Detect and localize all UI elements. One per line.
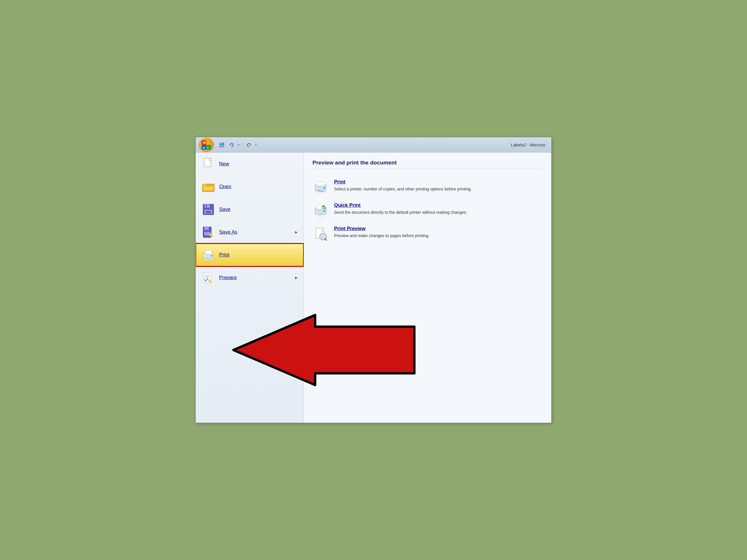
svg-rect-46 bbox=[317, 190, 320, 191]
window-title: Labels2 - Microso bbox=[260, 142, 548, 147]
panel-item-print-title: Print bbox=[334, 179, 542, 185]
title-bar: W E BI P bbox=[196, 137, 551, 153]
print-preview-icon bbox=[312, 226, 329, 242]
sidebar-item-prepare-label: Prepare bbox=[219, 275, 237, 281]
word-window: W E BI P bbox=[196, 137, 551, 423]
new-document-icon bbox=[202, 157, 215, 170]
redo-toolbar-button[interactable] bbox=[244, 140, 253, 149]
panel-item-quick-print[interactable]: Quick Print Send the document directly t… bbox=[312, 199, 542, 222]
panel-item-quick-print-title: Quick Print bbox=[334, 203, 542, 208]
customize-toolbar-arrow[interactable]: ▾ bbox=[255, 143, 257, 147]
panel-item-print[interactable]: Print Select a printer, number of copies… bbox=[312, 176, 542, 199]
sidebar-item-save-as[interactable]: Save As ▶ bbox=[196, 221, 304, 243]
sidebar-item-print[interactable]: Print bbox=[196, 243, 304, 266]
svg-text:E: E bbox=[207, 142, 209, 144]
sidebar-item-new-label: New bbox=[219, 161, 229, 167]
svg-rect-53 bbox=[317, 213, 324, 215]
sidebar-item-prepare[interactable]: Prepare ▶ bbox=[196, 266, 304, 289]
right-panel: Preview and print the document bbox=[304, 153, 551, 423]
panel-item-print-content: Print Select a printer, number of copies… bbox=[334, 179, 542, 192]
svg-rect-10 bbox=[220, 145, 224, 147]
svg-rect-33 bbox=[206, 258, 208, 259]
panel-item-print-preview-title: Print Preview bbox=[334, 226, 542, 232]
quick-access-toolbar: ▾ ▾ bbox=[217, 140, 257, 149]
svg-point-59 bbox=[321, 235, 324, 237]
sidebar-item-open-label: Open bbox=[219, 184, 231, 190]
panel-item-quick-print-desc: Send the document directly to the defaul… bbox=[334, 209, 542, 216]
svg-rect-23 bbox=[204, 227, 209, 230]
svg-rect-52 bbox=[317, 210, 322, 211]
undo-toolbar-button[interactable] bbox=[227, 140, 236, 149]
svg-text:BI: BI bbox=[203, 146, 205, 149]
printer-icon bbox=[312, 179, 329, 195]
save-as-arrow-icon: ▶ bbox=[295, 230, 298, 234]
sidebar-item-save-as-label: Save As bbox=[219, 229, 237, 235]
undo-icon bbox=[229, 143, 234, 147]
office-menu-sidebar: New Open bbox=[196, 153, 304, 423]
svg-marker-12 bbox=[250, 144, 251, 145]
toolbar-dropdown-arrow[interactable]: ▾ bbox=[238, 143, 239, 147]
svg-point-43 bbox=[323, 187, 325, 189]
sidebar-item-print-label: Print bbox=[219, 252, 229, 258]
svg-text:P: P bbox=[207, 146, 209, 149]
svg-rect-41 bbox=[317, 182, 325, 186]
svg-rect-17 bbox=[205, 204, 210, 208]
panel-title: Preview and print the document bbox=[312, 160, 542, 169]
main-content: New Open bbox=[196, 153, 551, 423]
toolbar-separator bbox=[242, 142, 242, 148]
prepare-arrow-icon: ▶ bbox=[295, 276, 298, 280]
save-icon bbox=[202, 203, 215, 216]
svg-marker-11 bbox=[230, 144, 231, 145]
save-icon bbox=[219, 142, 224, 148]
print-icon bbox=[202, 248, 215, 262]
redo-icon bbox=[247, 143, 251, 147]
sidebar-item-save-label: Save bbox=[219, 207, 231, 212]
save-toolbar-button[interactable] bbox=[217, 140, 226, 149]
svg-rect-9 bbox=[220, 143, 222, 144]
svg-rect-44 bbox=[317, 187, 322, 187]
sidebar-item-open[interactable]: Open bbox=[196, 175, 304, 198]
save-as-icon bbox=[202, 225, 215, 239]
quick-printer-icon bbox=[312, 203, 329, 219]
panel-item-print-desc: Select a printer, number of copies, and … bbox=[334, 186, 542, 192]
svg-point-51 bbox=[323, 210, 325, 212]
svg-rect-47 bbox=[320, 191, 324, 192]
prepare-icon bbox=[202, 271, 215, 284]
svg-rect-31 bbox=[206, 255, 210, 255]
svg-rect-34 bbox=[208, 259, 211, 259]
svg-rect-20 bbox=[206, 205, 207, 207]
svg-rect-28 bbox=[205, 250, 211, 254]
svg-text:W: W bbox=[203, 141, 206, 144]
panel-item-quick-print-content: Quick Print Send the document directly t… bbox=[334, 203, 542, 216]
sidebar-item-new[interactable]: New bbox=[196, 153, 304, 175]
svg-point-30 bbox=[211, 255, 212, 257]
sidebar-item-save[interactable]: Save bbox=[196, 198, 304, 221]
panel-item-print-preview[interactable]: Print Preview Preview and make changes t… bbox=[312, 222, 542, 246]
svg-line-60 bbox=[325, 239, 327, 240]
folder-icon bbox=[202, 180, 215, 193]
panel-item-print-preview-desc: Preview and make changes to pages before… bbox=[334, 233, 542, 239]
panel-item-print-preview-content: Print Preview Preview and make changes t… bbox=[334, 226, 542, 239]
office-logo-icon: W E BI P bbox=[201, 140, 211, 150]
office-button[interactable]: W E BI P bbox=[199, 138, 214, 152]
